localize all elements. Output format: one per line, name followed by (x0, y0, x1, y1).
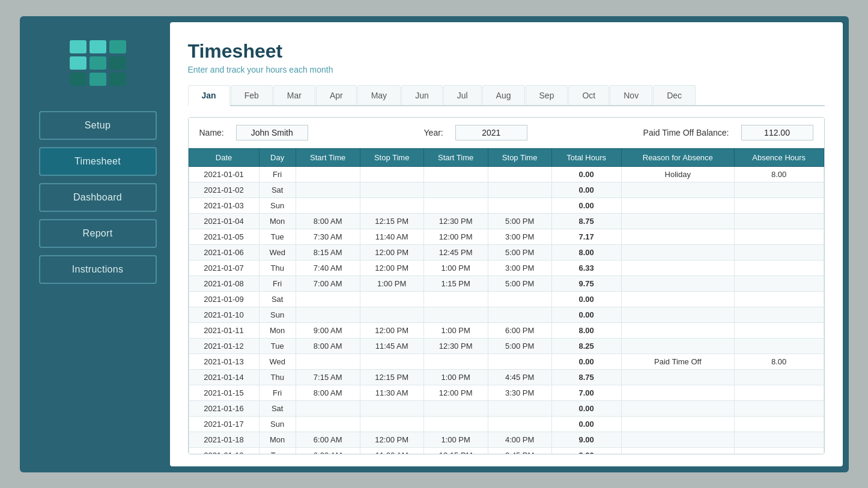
table-cell[interactable]: 4:00 PM (488, 432, 551, 447)
table-cell[interactable]: 12:00 PM (360, 260, 423, 276)
table-cell[interactable] (360, 307, 423, 322)
table-cell (734, 432, 824, 447)
month-tab-mar[interactable]: Mar (273, 85, 315, 105)
nav-timesheet-button[interactable]: Timesheet (39, 147, 157, 176)
table-cell[interactable] (296, 354, 360, 369)
table-cell[interactable]: 11:30 AM (360, 385, 423, 400)
table-cell[interactable]: 8:00 AM (296, 385, 360, 400)
table-cell[interactable] (296, 400, 360, 416)
table-cell[interactable]: 12:30 PM (423, 338, 488, 354)
month-tab-feb[interactable]: Feb (231, 85, 273, 105)
table-cell[interactable]: 1:00 PM (423, 260, 488, 276)
table-cell[interactable]: 6:30 AM (296, 447, 360, 454)
table-cell[interactable]: 12:45 PM (423, 244, 488, 260)
nav-setup-button[interactable]: Setup (39, 111, 157, 140)
logo-cell (109, 73, 126, 86)
table-cell[interactable]: 1:00 PM (423, 432, 488, 447)
table-cell[interactable]: 6:00 AM (296, 432, 360, 447)
table-cell[interactable] (423, 354, 488, 369)
table-cell[interactable] (296, 291, 360, 307)
nav-instructions-button[interactable]: Instructions (39, 255, 157, 284)
table-cell[interactable] (296, 307, 360, 322)
table-cell[interactable] (423, 166, 488, 182)
month-tab-oct[interactable]: Oct (568, 85, 609, 105)
table-cell[interactable]: 4:45 PM (488, 369, 551, 385)
table-cell[interactable]: 12:00 PM (423, 385, 488, 400)
table-body: 2021-01-01Fri0.00Holiday8.002021-01-02Sa… (189, 166, 824, 454)
table-cell[interactable]: 12:15 PM (360, 213, 423, 229)
table-cell[interactable]: 3:00 PM (488, 260, 551, 276)
month-tab-aug[interactable]: Aug (482, 85, 525, 105)
table-cell[interactable]: 1:00 PM (360, 276, 423, 291)
table-cell[interactable]: 11:00 AM (360, 447, 423, 454)
table-cell[interactable] (488, 291, 551, 307)
table-cell[interactable]: 7:00 AM (296, 276, 360, 291)
month-tab-apr[interactable]: Apr (316, 85, 357, 105)
table-cell[interactable]: 3:30 PM (488, 385, 551, 400)
table-cell[interactable]: 8:15 AM (296, 244, 360, 260)
month-tab-sep[interactable]: Sep (526, 85, 568, 105)
table-cell[interactable] (423, 307, 488, 322)
table-cell[interactable] (360, 354, 423, 369)
month-tab-jul[interactable]: Jul (443, 85, 482, 105)
table-cell[interactable]: 3:00 PM (488, 229, 551, 244)
table-cell[interactable]: 12:15 PM (360, 369, 423, 385)
table-cell[interactable] (360, 400, 423, 416)
nav-report-button[interactable]: Report (39, 219, 157, 248)
table-cell[interactable]: 1:15 PM (423, 276, 488, 291)
table-cell[interactable]: 12:00 PM (360, 432, 423, 447)
table-cell[interactable] (360, 197, 423, 213)
table-cell[interactable] (360, 416, 423, 432)
table-cell[interactable] (423, 400, 488, 416)
table-cell[interactable]: 7:30 AM (296, 229, 360, 244)
table-cell[interactable]: 5:00 PM (488, 213, 551, 229)
table-cell[interactable] (296, 197, 360, 213)
table-cell[interactable]: 12:00 PM (360, 322, 423, 338)
table-row: 2021-01-05Tue7:30 AM11:40 AM12:00 PM3:00… (189, 229, 824, 244)
table-cell[interactable] (423, 416, 488, 432)
table-cell[interactable] (423, 182, 488, 197)
table-cell[interactable] (296, 166, 360, 182)
table-cell[interactable] (360, 182, 423, 197)
table-cell[interactable] (360, 166, 423, 182)
month-tab-jun[interactable]: Jun (401, 85, 443, 105)
table-cell[interactable] (488, 416, 551, 432)
table-cell[interactable] (423, 197, 488, 213)
table-cell[interactable]: 8:00 AM (296, 338, 360, 354)
table-cell[interactable]: 12:00 PM (360, 244, 423, 260)
table-cell[interactable]: 9:00 AM (296, 322, 360, 338)
nav-dashboard-button[interactable]: Dashboard (39, 183, 157, 212)
table-cell[interactable]: 6:00 PM (488, 322, 551, 338)
table-cell[interactable]: 5:00 PM (488, 244, 551, 260)
table-cell: 9.00 (551, 432, 621, 447)
table-cell[interactable]: 12:00 PM (423, 229, 488, 244)
month-tab-jan[interactable]: Jan (188, 85, 230, 106)
table-cell[interactable]: 12:15 PM (423, 447, 488, 454)
table-cell[interactable] (488, 197, 551, 213)
table-cell[interactable]: 12:30 PM (423, 213, 488, 229)
table-row: 2021-01-04Mon8:00 AM12:15 PM12:30 PM5:00… (189, 213, 824, 229)
month-tab-nov[interactable]: Nov (610, 85, 652, 105)
table-cell[interactable] (488, 307, 551, 322)
table-cell[interactable] (296, 182, 360, 197)
table-cell[interactable] (488, 166, 551, 182)
month-tab-may[interactable]: May (357, 85, 401, 105)
info-row: Name: John Smith Year: 2021 Paid Time Of… (189, 118, 824, 148)
table-cell[interactable]: 5:00 PM (488, 338, 551, 354)
table-cell[interactable] (488, 354, 551, 369)
table-cell[interactable]: 1:00 PM (423, 369, 488, 385)
table-cell[interactable] (296, 416, 360, 432)
table-cell[interactable]: 1:00 PM (423, 322, 488, 338)
table-cell[interactable]: 7:15 AM (296, 369, 360, 385)
table-cell[interactable]: 8:00 AM (296, 213, 360, 229)
table-cell[interactable] (488, 400, 551, 416)
table-cell[interactable]: 7:40 AM (296, 260, 360, 276)
table-cell[interactable]: 5:00 PM (488, 276, 551, 291)
table-cell[interactable]: 11:40 AM (360, 229, 423, 244)
table-cell[interactable]: 3:45 PM (488, 447, 551, 454)
table-cell[interactable] (360, 291, 423, 307)
table-cell[interactable] (423, 291, 488, 307)
month-tab-dec[interactable]: Dec (653, 85, 696, 105)
table-cell[interactable]: 11:45 AM (360, 338, 423, 354)
table-cell[interactable] (488, 182, 551, 197)
